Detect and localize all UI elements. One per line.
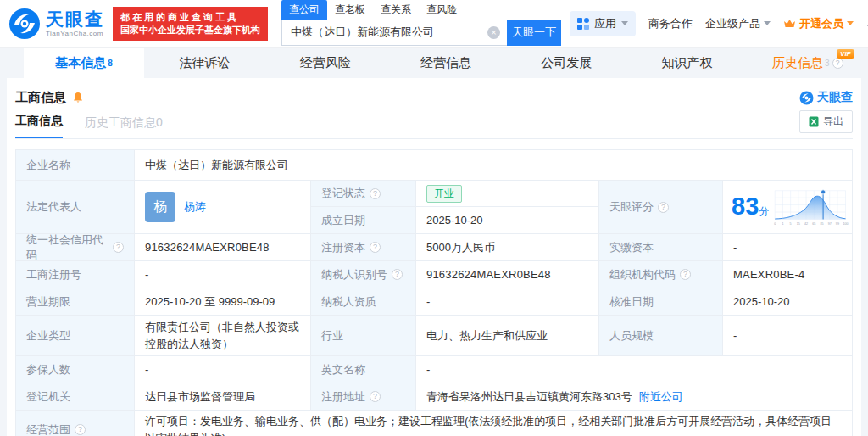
search-tab-relation[interactable]: 查关系 <box>373 0 419 20</box>
crown-icon <box>783 19 796 29</box>
tab-operating-risk[interactable]: 经营风险 <box>265 48 386 78</box>
label-text: 登记状态 <box>321 186 365 201</box>
field-value-staff-size: - <box>723 316 852 356</box>
help-icon[interactable] <box>680 269 691 280</box>
field-value-registration-status: 开业 <box>416 181 599 207</box>
help-icon[interactable] <box>113 242 124 253</box>
chevron-down-icon <box>764 21 771 25</box>
field-value-registered-address: 青海省果洛州达日县吉迈镇黄河东路303号 附近公司 <box>416 383 852 411</box>
field-value-company-name: 中煤（达日）新能源有限公司 <box>135 150 852 181</box>
field-value-english-name: - <box>416 356 852 383</box>
tab-operating-info[interactable]: 经营信息 <box>386 48 506 78</box>
tab-intellectual-property[interactable]: 知识产权 <box>626 48 747 78</box>
tab-label: 法律诉讼 <box>179 55 230 71</box>
field-label-taxpayer-id: 纳税人识别号 <box>311 261 416 288</box>
legal-rep-avatar: 杨 <box>145 192 175 222</box>
menu-enterprise[interactable]: 企业级产品 <box>705 16 771 31</box>
label-text: 营业期限 <box>26 294 70 310</box>
tab-label: 历史信息 <box>772 55 823 71</box>
field-label-taxpayer-quality: 纳税人资质 <box>311 288 416 316</box>
label-text: 核准日期 <box>609 294 654 310</box>
field-label-registered-capital: 注册资本 <box>311 234 416 261</box>
export-label: 导出 <box>823 115 843 129</box>
label-text: 法定代表人 <box>26 199 81 215</box>
score-axis-tick: 99 <box>836 222 839 226</box>
tianyancha-logo-icon <box>8 8 41 40</box>
score-axis-tick: 1 <box>782 222 784 226</box>
field-label-business-term: 营业期限 <box>16 288 135 316</box>
label-text: 成立日期 <box>321 213 365 228</box>
search-button[interactable]: 天眼一下 <box>507 20 561 46</box>
field-label-organization-code: 组织机构代码 <box>599 261 723 288</box>
help-icon[interactable] <box>370 391 381 402</box>
label-text: 纳税人识别号 <box>321 267 387 282</box>
promo-line2: 国家中小企业发展子基金旗下机构 <box>120 24 260 36</box>
field-label-insured-count: 参保人数 <box>16 356 135 383</box>
field-value-paid-in-capital: - <box>723 234 852 261</box>
field-value-company-type: 有限责任公司（非自然人投资或控股的法人独资） <box>135 316 311 356</box>
field-value-registry-authority: 达日县市场监督管理局 <box>135 383 311 411</box>
search-area: 查公司 查老板 查关系 查风险 天眼一下 <box>281 2 561 46</box>
field-value-business-term: 2025-10-20 至 9999-09-09 <box>135 288 311 316</box>
help-icon[interactable] <box>75 424 86 435</box>
help-icon[interactable] <box>370 242 381 253</box>
field-label-company-name: 企业名称 <box>16 150 135 181</box>
score-axis-tick: 5 <box>790 222 792 226</box>
subtab-business-info[interactable]: 工商信息 <box>15 114 63 138</box>
search-tab-risk[interactable]: 查风险 <box>419 0 465 20</box>
help-icon[interactable] <box>658 202 669 213</box>
tianyancha-logo[interactable]: 天眼查 TianYanCha.com <box>8 8 104 40</box>
table-row: 参保人数 - 英文名称 - <box>16 356 852 383</box>
tab-history-info[interactable]: 历史信息 3 VIP <box>748 48 868 78</box>
tab-count: 3 <box>825 59 830 68</box>
subtab-history-business-info[interactable]: 历史工商信息0 <box>85 115 163 138</box>
status-badge: 开业 <box>426 185 462 203</box>
field-label-business-scope: 经营范围 <box>16 411 135 436</box>
monitor-bell-icon[interactable] <box>72 92 84 104</box>
vip-badge: VIP <box>837 49 854 59</box>
field-label-uscc: 统一社会信用代码 <box>16 234 135 261</box>
export-button[interactable]: 导出 <box>799 110 853 133</box>
field-value-business-scope: 许可项目：发电业务、输电业务、供（配）电业务；建设工程监理(依法须经批准的项目，… <box>135 411 852 436</box>
field-label-registered-address: 注册地址 <box>311 383 416 411</box>
field-value-tianyan-score: 83分 <box>723 181 852 234</box>
tab-company-development[interactable]: 公司发展 <box>506 48 626 78</box>
tab-label: 基本信息 <box>55 55 106 71</box>
address-text: 青海省果洛州达日县吉迈镇黄河东路303号 <box>426 388 632 405</box>
field-label-tianyan-score: 天眼评分 <box>599 181 723 234</box>
search-tab-boss[interactable]: 查老板 <box>327 0 373 20</box>
subtab-row: 工商信息 历史工商信息0 导出 <box>15 109 853 139</box>
field-label-establish-date: 成立日期 <box>311 207 416 234</box>
nearby-companies-link[interactable]: 附近公司 <box>639 388 683 405</box>
chevron-down-icon <box>847 21 854 25</box>
field-value-insured-count: - <box>135 356 311 383</box>
help-icon[interactable] <box>832 58 843 69</box>
section-title: 工商信息 <box>15 90 66 106</box>
score-distribution-chart: 0 1 5 15 42 65 85 97 99 100 <box>772 182 849 232</box>
menu-cooperation[interactable]: 商务合作 <box>648 16 693 31</box>
label-text: 注册资本 <box>321 240 365 255</box>
table-row: 登记机关 达日县市场监督管理局 注册地址 青海省果洛州达日县吉迈镇黄河东路303… <box>16 383 852 411</box>
business-registration-table: 企业名称 中煤（达日）新能源有限公司 法定代表人 杨 杨涛 登记状态 开业 成立… <box>15 149 853 436</box>
search-tab-company[interactable]: 查公司 <box>281 0 327 20</box>
apps-menu[interactable]: 应用 <box>570 11 636 36</box>
table-row: 企业类型 有限责任公司（非自然人投资或控股的法人独资） 行业 电力、热力生产和供… <box>16 316 852 356</box>
label-text: 统一社会信用代码 <box>26 232 108 263</box>
chevron-down-icon <box>621 21 628 25</box>
score-axis-tick: 97 <box>828 222 832 226</box>
label-text: 企业类型 <box>26 328 70 344</box>
search-input[interactable] <box>281 20 507 46</box>
tab-legal-lawsuits[interactable]: 法律诉讼 <box>144 48 264 78</box>
score-axis-tick: 0 <box>774 222 776 226</box>
field-label-registration-status: 登记状态 <box>311 181 416 207</box>
help-icon[interactable] <box>370 188 381 199</box>
tab-basic-info[interactable]: 基本信息 8 <box>24 48 144 78</box>
help-icon[interactable] <box>392 269 403 280</box>
table-row: 营业期限 2025-10-20 至 9999-09-09 纳税人资质 - 核准日… <box>16 288 852 316</box>
table-row: 工商注册号 - 纳税人识别号 91632624MAEXR0BE48 组织机构代码… <box>16 261 852 288</box>
menu-open-vip[interactable]: 开通会员 <box>783 16 854 31</box>
field-label-english-name: 英文名称 <box>311 356 416 383</box>
clear-search-icon[interactable] <box>487 26 500 39</box>
legal-rep-link[interactable]: 杨涛 <box>184 198 206 215</box>
label-text: 天眼评分 <box>609 199 654 215</box>
